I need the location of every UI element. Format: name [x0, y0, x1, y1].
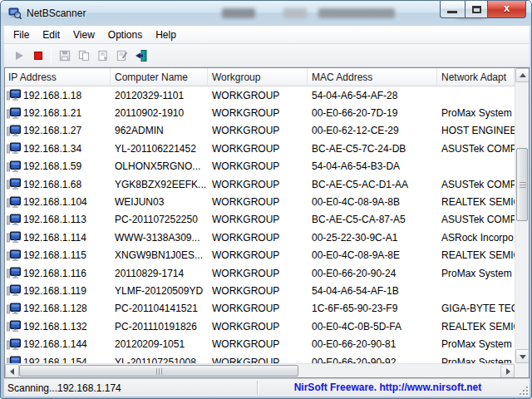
cell-workgroup: WORKGROUP [208, 214, 308, 225]
table-row[interactable]: 192.168.1.116 20110829-1714 WORKGROUP 00… [5, 264, 515, 282]
table-row[interactable]: 192.168.1.68 YGK8BZX92EEFK... WORKGROUP … [5, 175, 515, 193]
column-header-ip-address[interactable]: IP Address [5, 68, 111, 86]
exit-icon [135, 49, 148, 62]
cell-mac-address: 54-04-A6-54-AF-28 [308, 90, 437, 101]
computer-icon [7, 125, 21, 137]
cell-mac-address: 00-E0-4C-08-9A-8B [308, 196, 437, 208]
close-icon: x [488, 2, 525, 14]
cell-ip-address: 192.168.1.116 [23, 268, 86, 279]
maximize-button[interactable] [465, 1, 488, 18]
cell-network-adapter: ASUSTek COMP [437, 143, 515, 155]
properties-button[interactable] [93, 47, 112, 65]
cell-ip-address: 192.168.1.104 [23, 196, 87, 208]
resize-grip[interactable] [518, 385, 528, 395]
scroll-right-button[interactable] [500, 364, 515, 377]
cell-workgroup: WORKGROUP [208, 107, 308, 119]
computer-icon [7, 160, 21, 173]
table-row[interactable]: 192.168.1.115 XNGW9BN1J0ES... WORKGROUP … [5, 247, 515, 264]
cell-ip-address: 192.168.1.59 [23, 160, 81, 172]
table-row[interactable]: 192.168.1.18 20120329-1101 WORKGROUP 54-… [5, 86, 515, 104]
computer-icon [7, 284, 21, 297]
stop-icon [32, 49, 45, 62]
cell-computer-name: WEIJUN03 [111, 196, 208, 208]
table-row[interactable]: 192.168.1.27 962ADMIN WORKGROUP 00-E0-62… [5, 122, 515, 140]
redacted-text [283, 8, 307, 18]
cell-computer-name: PC-201110191826 [111, 321, 208, 332]
cell-computer-name: YLMF-20120509YD [111, 285, 208, 297]
table-row[interactable]: 192.168.1.21 20110902-1910 WORKGROUP 00-… [5, 104, 515, 121]
cell-workgroup: WORKGROUP [208, 125, 308, 136]
cell-mac-address: 00-E0-66-20-90-81 [308, 338, 437, 350]
copy-button[interactable] [74, 47, 93, 65]
cell-ip-address: 192.168.1.144 [23, 338, 87, 350]
table-row[interactable]: 192.168.1.119 YLMF-20120509YD WORKGROUP … [5, 282, 515, 299]
save-button[interactable] [55, 47, 74, 65]
table-row[interactable]: 192.168.1.113 PC-201107252250 WORKGROUP … [5, 211, 515, 229]
window-controls: x [440, 1, 526, 18]
start-scan-button[interactable] [9, 47, 28, 65]
scrollbar-corner [515, 363, 529, 377]
status-bar: Scanning... 192.168.1.174 NirSoft Freewa… [4, 378, 530, 397]
cell-network-adapter: REALTEK SEMIC [437, 249, 515, 261]
thumb-grip [159, 368, 160, 375]
cell-workgroup: WORKGROUP [208, 338, 308, 350]
computer-icon [7, 107, 21, 120]
status-scanning-ip: 192.168.1.174 [57, 382, 121, 394]
status-scanning-label: Scanning... [7, 382, 57, 394]
horizontal-scrollbar[interactable] [5, 363, 515, 377]
scroll-down-button[interactable] [515, 349, 529, 363]
cell-ip-address: 192.168.1.68 [23, 179, 81, 190]
cell-ip-address: 192.168.1.27 [23, 125, 81, 136]
cell-network-adapter: HOST ENGINEE [437, 125, 515, 136]
nirsoft-freeware-link[interactable]: NirSoft Freeware. http://www.nirsoft.net [258, 382, 518, 393]
menu-item-edit[interactable]: Edit [36, 27, 66, 43]
menu-item-file[interactable]: File [7, 27, 36, 43]
properties-icon [96, 49, 110, 62]
table-row[interactable]: 192.168.1.128 PC-201104141521 WORKGROUP … [5, 300, 515, 318]
cell-network-adapter: ASUSTek COMP [437, 214, 515, 225]
cell-computer-name: 20110902-1910 [111, 107, 208, 119]
menu-item-options[interactable]: Options [101, 27, 149, 43]
cell-computer-name: 20120329-1101 [111, 90, 208, 101]
scroll-left-button[interactable] [5, 364, 19, 377]
app-logo-icon [8, 7, 22, 20]
column-header-network-adapter[interactable]: Network Adapt [437, 68, 515, 86]
minimize-button[interactable] [440, 1, 465, 18]
scroll-up-button[interactable] [515, 68, 529, 82]
column-header-computer-name[interactable]: Computer Name [111, 68, 208, 86]
report-icon [116, 49, 129, 62]
report-button[interactable] [112, 47, 131, 65]
cell-mac-address: 54-04-A6-54-AF-1B [308, 285, 437, 297]
vertical-scroll-thumb[interactable] [516, 148, 528, 221]
cell-mac-address: 00-25-22-30-9C-A1 [308, 232, 437, 244]
table-row[interactable]: 192.168.1.114 WWW-3138A309... WORKGROUP … [5, 229, 515, 246]
column-header-mac-address[interactable]: MAC Address [308, 68, 437, 86]
minimize-icon [447, 11, 457, 13]
title-bar[interactable]: NetBScanner x [1, 1, 531, 26]
cell-computer-name: 20120209-1051 [111, 338, 208, 350]
cell-network-adapter: REALTEK SEMIC [437, 321, 515, 332]
close-button[interactable]: x [488, 1, 526, 18]
arrow-right-icon [506, 368, 510, 375]
cell-network-adapter: ASRock Incorpo [437, 232, 515, 244]
table-row[interactable]: 192.168.1.132 PC-201110191826 WORKGROUP … [5, 318, 515, 335]
cell-computer-name: YGK8BZX92EEFK... [111, 179, 208, 190]
table-row[interactable]: 192.168.1.144 20120209-1051 WORKGROUP 00… [5, 335, 515, 352]
stop-scan-button[interactable] [28, 47, 47, 65]
exit-button[interactable] [131, 47, 150, 65]
horizontal-scroll-thumb[interactable] [19, 365, 298, 377]
table-row[interactable]: 192.168.1.59 OLHONX5RGNO... WORKGROUP 54… [5, 158, 515, 175]
vertical-scrollbar[interactable] [515, 68, 529, 363]
table-row[interactable]: 192.168.1.104 WEIJUN03 WORKGROUP 00-E0-4… [5, 193, 515, 210]
menu-item-help[interactable]: Help [149, 27, 183, 43]
table-row[interactable]: 192.168.1.34 YL-201106221452 WORKGROUP B… [5, 140, 515, 157]
copy-icon [77, 49, 91, 62]
menu-item-view[interactable]: View [66, 27, 101, 43]
cell-workgroup: WORKGROUP [208, 179, 308, 190]
redacted-text [318, 8, 395, 18]
column-header-workgroup[interactable]: Workgroup [208, 68, 308, 86]
cell-workgroup: WORKGROUP [208, 232, 308, 244]
computer-icon [7, 267, 21, 279]
computer-icon [7, 89, 21, 101]
cell-mac-address: 00-E0-4C-08-9A-8E [308, 249, 437, 261]
